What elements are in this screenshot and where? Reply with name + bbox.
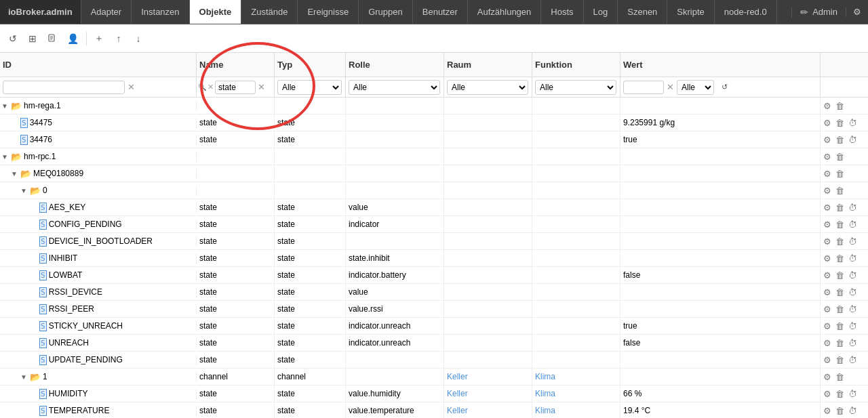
id-filter-clear[interactable]: ✕: [126, 82, 136, 92]
expand-button[interactable]: ▼: [20, 187, 30, 194]
table-row[interactable]: SDEVICE_IN_BOOTLOADERstatestate⚙🗑⏱: [0, 233, 868, 250]
tab-objekte[interactable]: Objekte: [190, 0, 242, 24]
table-row[interactable]: SUNREACHstatestateindicator.unreachfalse…: [0, 335, 868, 352]
trash-action-icon[interactable]: 🗑: [834, 405, 846, 417]
grid-view-button[interactable]: ⊞: [24, 30, 41, 47]
settings-button[interactable]: ⚙: [846, 7, 868, 17]
tab-hosts[interactable]: Hosts: [541, 0, 583, 24]
gear-action-icon[interactable]: ⚙: [822, 168, 833, 180]
gear-action-icon[interactable]: ⚙: [822, 151, 833, 163]
gear-action-icon[interactable]: ⚙: [822, 117, 833, 129]
table-row[interactable]: ▼📂1channelchannelKellerKlima⚙🗑: [0, 369, 868, 385]
clock-action-icon[interactable]: ⏱: [847, 388, 859, 400]
trash-action-icon[interactable]: 🗑: [834, 354, 846, 366]
tab-aufzaehlungen[interactable]: Aufzählungen: [468, 0, 542, 24]
table-row[interactable]: SUPDATE_PENDINGstatestate⚙🗑⏱: [0, 352, 868, 369]
trash-action-icon[interactable]: 🗑: [834, 151, 846, 163]
clock-action-icon[interactable]: ⏱: [847, 287, 859, 298]
table-row[interactable]: ▼📂hm-rega.1⚙🗑: [0, 98, 868, 114]
gear-action-icon[interactable]: ⚙: [822, 320, 833, 332]
gear-action-icon[interactable]: ⚙: [822, 287, 833, 298]
trash-action-icon[interactable]: 🗑: [834, 168, 846, 180]
table-row[interactable]: SRSSI_DEVICEstatestatevalue⚙🗑⏱: [0, 284, 868, 301]
add-button[interactable]: ＋: [90, 30, 108, 47]
id-filter-input[interactable]: [3, 81, 125, 94]
gear-action-icon[interactable]: ⚙: [822, 270, 833, 281]
wert-refresh-button[interactable]: ↺: [715, 79, 733, 96]
table-row[interactable]: SCONFIG_PENDINGstatestateindicator⚙🗑⏱: [0, 216, 868, 233]
gear-action-icon[interactable]: ⚙: [822, 134, 833, 146]
expand-button[interactable]: ▼: [1, 153, 11, 161]
tab-instanzen[interactable]: Instanzen: [132, 0, 189, 24]
tab-log[interactable]: Log: [584, 0, 618, 24]
expand-button[interactable]: ▼: [20, 373, 30, 381]
table-row[interactable]: SAES_KEYstatestatevalue⚙🗑⏱: [0, 199, 868, 216]
clock-action-icon[interactable]: ⏱: [847, 253, 859, 264]
trash-action-icon[interactable]: 🗑: [834, 304, 846, 315]
gear-action-icon[interactable]: ⚙: [822, 236, 833, 247]
table-row[interactable]: ▼📂hm-rpc.1⚙🗑: [0, 148, 868, 165]
trash-action-icon[interactable]: 🗑: [834, 253, 846, 264]
gear-action-icon[interactable]: ⚙: [822, 405, 833, 417]
clock-action-icon[interactable]: ⏱: [847, 354, 859, 366]
clock-action-icon[interactable]: ⏱: [847, 304, 859, 315]
move-up-button[interactable]: ↑: [110, 30, 127, 47]
refresh-button[interactable]: ↺: [4, 30, 22, 47]
tab-skripte[interactable]: Skripte: [667, 0, 714, 24]
table-row[interactable]: SSTICKY_UNREACHstatestateindicator.unrea…: [0, 318, 868, 335]
table-row[interactable]: SINHIBITstatestatestate.inhibit⚙🗑⏱: [0, 250, 868, 267]
trash-action-icon[interactable]: 🗑: [834, 287, 846, 298]
gear-action-icon[interactable]: ⚙: [822, 388, 833, 400]
gear-action-icon[interactable]: ⚙: [822, 337, 833, 349]
gear-action-icon[interactable]: ⚙: [822, 100, 833, 112]
trash-action-icon[interactable]: 🗑: [834, 202, 846, 213]
clock-action-icon[interactable]: ⏱: [847, 134, 859, 146]
gear-action-icon[interactable]: ⚙: [822, 371, 833, 383]
gear-action-icon[interactable]: ⚙: [822, 253, 833, 264]
move-down-button[interactable]: ↓: [130, 30, 147, 47]
trash-action-icon[interactable]: 🗑: [834, 100, 846, 112]
expand-button[interactable]: ▼: [11, 170, 20, 177]
name-filter-input[interactable]: [215, 81, 256, 94]
trash-action-icon[interactable]: 🗑: [834, 117, 846, 129]
wert-filter-clear[interactable]: ✕: [665, 82, 675, 92]
wert-filter-select[interactable]: Alle: [677, 80, 714, 95]
trash-action-icon[interactable]: 🗑: [834, 388, 846, 400]
table-row[interactable]: ▼📂MEQ0180889⚙🗑: [0, 165, 868, 182]
name-filter-clear-x[interactable]: ✕: [256, 82, 267, 92]
clock-action-icon[interactable]: ⏱: [847, 202, 859, 213]
gear-action-icon[interactable]: ⚙: [822, 304, 833, 315]
trash-action-icon[interactable]: 🗑: [834, 134, 846, 146]
wert-filter-input[interactable]: [623, 81, 664, 94]
tab-adapter[interactable]: Adapter: [81, 0, 132, 24]
tab-ereignisse[interactable]: Ereignisse: [298, 0, 359, 24]
table-row[interactable]: S34475statestate9.235991 g/kg⚙🗑⏱: [0, 114, 868, 131]
clock-action-icon[interactable]: ⏱: [847, 320, 859, 332]
clock-action-icon[interactable]: ⏱: [847, 270, 859, 281]
clock-action-icon[interactable]: ⏱: [847, 337, 859, 349]
clock-action-icon[interactable]: ⏱: [847, 117, 859, 129]
user-button[interactable]: 👤: [63, 30, 83, 47]
clock-action-icon[interactable]: ⏱: [847, 219, 859, 230]
gear-action-icon[interactable]: ⚙: [822, 354, 833, 366]
file-button[interactable]: [43, 30, 61, 47]
trash-action-icon[interactable]: 🗑: [834, 219, 846, 230]
expand-button[interactable]: ▼: [1, 102, 11, 110]
trash-action-icon[interactable]: 🗑: [834, 270, 846, 281]
table-row[interactable]: SRSSI_PEERstatestatevalue.rssi⚙🗑⏱: [0, 301, 868, 318]
gear-action-icon[interactable]: ⚙: [822, 202, 833, 213]
table-row[interactable]: ▼📂0⚙🗑: [0, 182, 868, 199]
trash-action-icon[interactable]: 🗑: [834, 236, 846, 247]
clock-action-icon[interactable]: ⏱: [847, 236, 859, 247]
name-filter-clear-s[interactable]: ✕: [207, 83, 214, 91]
gear-action-icon[interactable]: ⚙: [822, 185, 833, 196]
tab-szenen[interactable]: Szenen: [618, 0, 667, 24]
funktion-filter-select[interactable]: Alle: [535, 80, 616, 95]
raum-filter-select[interactable]: Alle: [447, 80, 528, 95]
table-row[interactable]: SLOWBATstatestateindicator.batteryfalse⚙…: [0, 267, 868, 284]
tab-node-red[interactable]: node-red.0: [715, 0, 777, 24]
trash-action-icon[interactable]: 🗑: [834, 320, 846, 332]
trash-action-icon[interactable]: 🗑: [834, 337, 846, 349]
typ-filter-select[interactable]: Alle: [277, 80, 342, 95]
tab-benutzer[interactable]: Benutzer: [413, 0, 468, 24]
